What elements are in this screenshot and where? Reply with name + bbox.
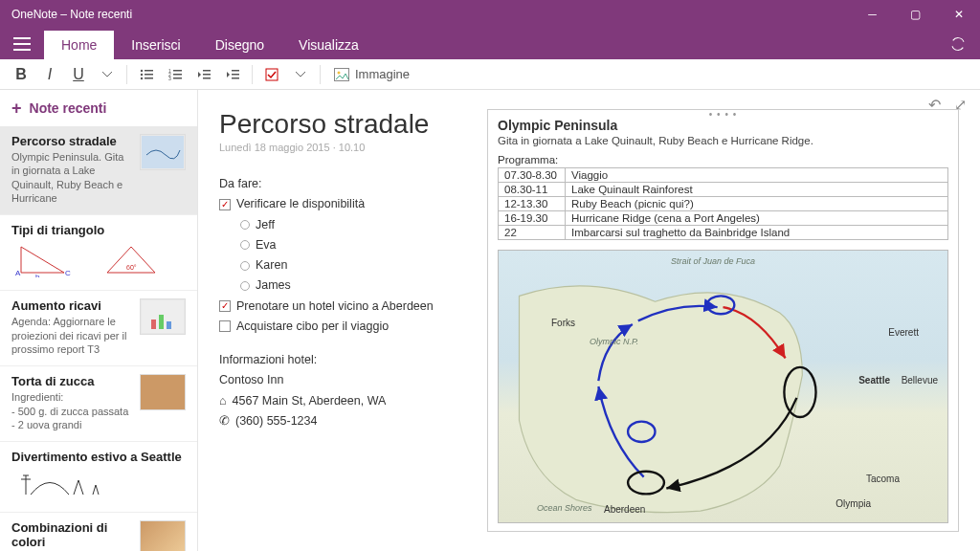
table-row: 12-13.30Ruby Beach (picnic qui?) <box>499 197 948 211</box>
indent-button[interactable] <box>219 61 246 88</box>
insert-image-button[interactable]: Immagine <box>326 67 417 81</box>
map-image: Strait of Juan de Fuca Olympic N.P. Ocea… <box>498 250 948 523</box>
checkbox-icon[interactable] <box>219 300 231 312</box>
svg-rect-12 <box>203 70 211 72</box>
close-button[interactable]: ✕ <box>937 0 980 29</box>
map-label-forks: Forks <box>551 318 575 328</box>
table-row: 16-19.30Hurricane Ridge (cena a Port Ang… <box>499 211 948 226</box>
svg-rect-17 <box>232 77 239 79</box>
map-label-aberdeen: Aberdeen <box>604 504 645 515</box>
sidebar-item-desc: Ingredienti: - 500 g. di zucca passata -… <box>11 390 132 431</box>
sidebar-item-desc: Olympic Peninsula. Gita in giornata a La… <box>11 150 132 205</box>
map-label-bellevue: Bellevue <box>902 375 938 386</box>
svg-text:3: 3 <box>168 76 171 80</box>
font-dropdown[interactable] <box>94 61 121 88</box>
svg-point-4 <box>141 77 143 78</box>
tab-home[interactable]: Home <box>44 31 114 59</box>
svg-rect-5 <box>145 77 153 79</box>
bullet-list-button[interactable] <box>133 61 160 88</box>
todo-sub[interactable]: Karen <box>219 255 468 276</box>
italic-button[interactable]: I <box>36 61 63 88</box>
sidebar-item-title: Combinazioni di colori <box>11 520 132 549</box>
minimize-button[interactable]: ─ <box>851 0 894 29</box>
note-canvas[interactable]: ↶ ⤢ Percorso stradale Lunedì 18 maggio 2… <box>198 90 980 551</box>
table-row: 22Imbarcarsi sul traghetto da Bainbridge… <box>499 226 948 240</box>
table-row: 07.30-8.30Viaggio <box>499 168 948 183</box>
tab-visualizza[interactable]: Visualizza <box>281 31 376 59</box>
sidebar-item-thumb <box>140 520 186 551</box>
checkbox-icon[interactable] <box>219 320 231 332</box>
sidebar-item-triangolo[interactable]: Tipi di triangolo ACb60° <box>0 215 197 291</box>
sidebar-header-label: Note recenti <box>30 100 107 116</box>
sidebar-item-colori[interactable]: Combinazioni di colori Tema primaverile … <box>0 513 197 551</box>
hamburger-menu[interactable] <box>0 29 44 59</box>
sidebar-header[interactable]: + Note recenti <box>0 90 197 126</box>
svg-rect-15 <box>232 70 239 72</box>
checkbox-icon[interactable] <box>219 199 231 210</box>
drag-grip-icon[interactable]: • • • • <box>709 109 737 120</box>
todo-item[interactable]: Prenotare un hotel vicino a Aberdeen <box>219 297 468 317</box>
svg-rect-13 <box>203 74 211 76</box>
window-controls: ─ ▢ ✕ <box>851 0 980 29</box>
underline-button[interactable]: U <box>65 61 92 88</box>
outdent-button[interactable] <box>190 61 217 88</box>
attachment-subtitle: Gita in giornata a Lake Quinault, Ruby B… <box>498 135 948 146</box>
todo-item[interactable]: Verificare le disponibilità <box>219 194 468 214</box>
titlebar: OneNote – Note recenti ─ ▢ ✕ <box>0 0 980 29</box>
svg-text:b: b <box>35 273 40 277</box>
sidebar-item-thumb <box>140 374 186 410</box>
sidebar: + Note recenti Percorso stradale Olympic… <box>0 90 198 551</box>
todo-tag-button[interactable] <box>258 61 285 88</box>
hotel-phone-row: ✆ (360) 555-1234 <box>219 411 468 431</box>
sidebar-item-seattle[interactable]: Divertimento estivo a Seattle <box>0 442 197 512</box>
ribbon-tabs: Home Inserisci Disegno Visualizza <box>0 29 980 59</box>
maximize-button[interactable]: ▢ <box>894 0 937 29</box>
todo-sub[interactable]: Eva <box>219 235 468 255</box>
tab-inserisci[interactable]: Inserisci <box>114 31 197 59</box>
svg-point-0 <box>141 69 143 71</box>
numbered-list-button[interactable]: 123 <box>162 61 189 88</box>
note-body: Percorso stradale Lunedì 18 maggio 2015 … <box>219 109 468 532</box>
bold-button[interactable]: B <box>8 61 34 88</box>
svg-rect-11 <box>173 77 182 79</box>
map-label-seattle: Seattle <box>858 375 890 386</box>
svg-text:A: A <box>15 269 21 277</box>
hotel-heading: Informazioni hotel: <box>219 350 468 370</box>
map-label-onp: Olympic N.P. <box>590 337 638 346</box>
sidebar-item-thumb <box>140 134 186 170</box>
radio-icon <box>240 261 250 271</box>
note-date: Lunedì 18 maggio 2015 · 10.10 <box>219 142 468 153</box>
todo-item[interactable]: Acquistare cibo per il viaggio <box>219 317 468 337</box>
svg-text:60°: 60° <box>126 264 137 271</box>
todo-sub[interactable]: Jeff <box>219 215 468 235</box>
map-label-tacoma: Tacoma <box>866 474 900 484</box>
radio-icon <box>240 240 250 250</box>
sidebar-item-ricavi[interactable]: Aumento ricavi Agenda: Aggiornare le pro… <box>0 291 197 366</box>
attachment-title: Olympic Peninsula <box>498 118 948 133</box>
sidebar-item-desc: Agenda: Aggiornare le proiezioni dei ric… <box>11 315 132 356</box>
phone-icon: ✆ <box>219 411 230 431</box>
svg-rect-14 <box>203 77 211 79</box>
svg-rect-9 <box>173 74 182 76</box>
attachment-container[interactable]: • • • • Olympic Peninsula Gita in giorna… <box>487 109 959 532</box>
sidebar-item-torta[interactable]: Torta di zucca Ingredienti: - 500 g. di … <box>0 366 197 442</box>
radio-icon <box>240 220 250 230</box>
sidebar-item-title: Aumento ricavi <box>11 298 132 313</box>
sidebar-item-title: Tipi di triangolo <box>11 223 186 237</box>
sync-icon[interactable] <box>936 29 980 59</box>
note-title[interactable]: Percorso stradale <box>219 109 468 140</box>
table-row: 08.30-11Lake Quinault Rainforest <box>499 183 948 197</box>
sidebar-item-title: Percorso stradale <box>11 134 132 148</box>
sidebar-item-percorso[interactable]: Percorso stradale Olympic Peninsula. Git… <box>0 126 197 215</box>
svg-rect-1 <box>145 70 153 72</box>
svg-text:C: C <box>65 269 71 277</box>
home-icon: ⌂ <box>219 391 227 411</box>
map-label-strait: Strait of Juan de Fuca <box>671 256 755 266</box>
svg-point-20 <box>338 71 341 74</box>
radio-icon <box>240 281 250 291</box>
hotel-address-row: ⌂ 4567 Main St, Aberdeen, WA <box>219 391 468 411</box>
tab-disegno[interactable]: Disegno <box>198 31 281 59</box>
tag-dropdown[interactable] <box>287 61 314 88</box>
todo-sub[interactable]: James <box>219 276 468 296</box>
schedule-table[interactable]: 07.30-8.30Viaggio 08.30-11Lake Quinault … <box>498 167 948 240</box>
